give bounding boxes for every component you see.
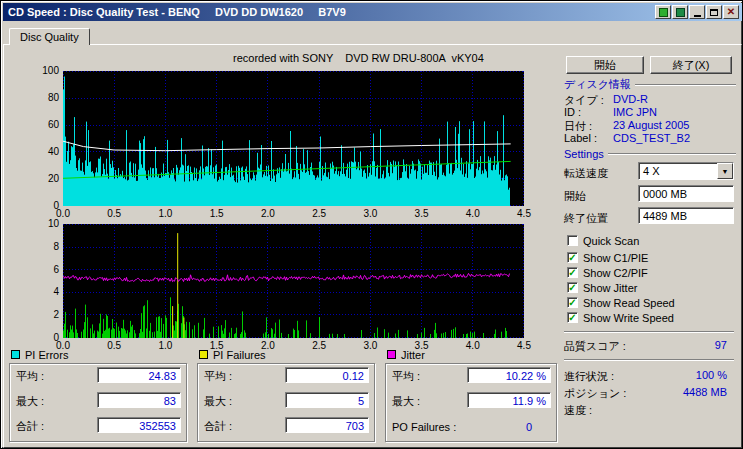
maximize-button[interactable] <box>706 5 722 19</box>
close-icon: ✕ <box>727 7 735 17</box>
minimize-button[interactable] <box>689 5 705 19</box>
green-disk-icon <box>676 8 685 17</box>
titlebar-buttons: ✕ <box>655 5 739 19</box>
maximize-icon <box>710 9 718 16</box>
close-button[interactable]: ✕ <box>723 5 739 19</box>
tab-disc-quality[interactable]: Disc Quality <box>9 28 90 45</box>
green-chart-icon <box>659 8 668 17</box>
titlebar-green-button-2[interactable] <box>672 5 688 19</box>
main-panel <box>3 44 742 448</box>
titlebar-green-button-1[interactable] <box>655 5 671 19</box>
minimize-icon <box>694 15 701 17</box>
titlebar[interactable]: CD Speed : Disc Quality Test - BENQ DVD … <box>3 3 742 21</box>
cd-speed-window: CD Speed : Disc Quality Test - BENQ DVD … <box>0 0 743 449</box>
window-title: CD Speed : Disc Quality Test - BENQ DVD … <box>3 6 346 18</box>
